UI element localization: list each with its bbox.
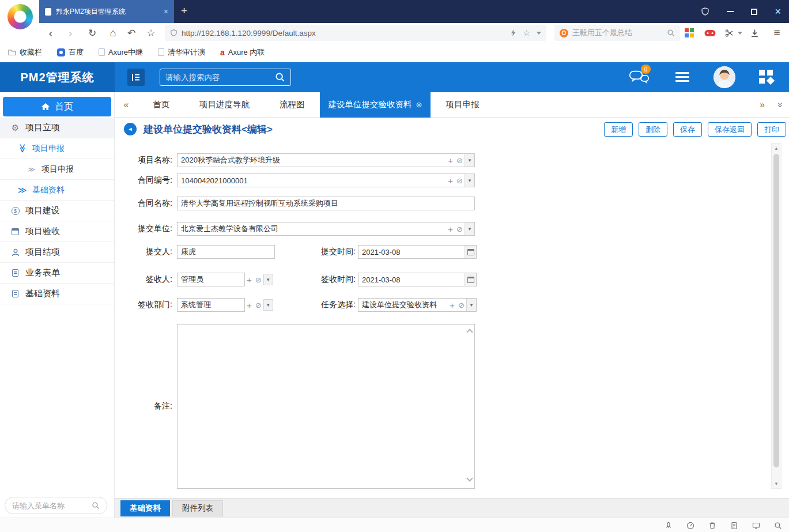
app-search-box[interactable] [160, 69, 291, 86]
bookmark-item[interactable]: Axure中继 [99, 47, 143, 58]
window-close-button[interactable]: × [775, 6, 781, 17]
scroll-up-icon[interactable]: ▲ [772, 144, 781, 153]
header-menu-icon[interactable] [675, 72, 689, 84]
sidebar-item-project-declare[interactable]: ≫ 项目申报 [0, 138, 114, 159]
scroll-down-icon[interactable]: ▼ [772, 479, 781, 488]
bookmark-folder[interactable]: 收藏栏 [8, 47, 42, 58]
download-icon[interactable] [750, 29, 759, 37]
dropdown-icon[interactable]: ▾ [263, 299, 273, 311]
status-speed-icon[interactable] [686, 522, 694, 530]
tab-submit-acceptance-active[interactable]: 建设单位提交验收资料 ⊗ [320, 92, 431, 118]
tabs-scroll-right-icon[interactable]: » [760, 92, 765, 118]
sidebar-item-project-construction[interactable]: $ 项目建设 [0, 201, 114, 221]
task-select-input[interactable] [358, 301, 448, 310]
receive-dept-input[interactable] [177, 298, 245, 312]
tab-flowchart[interactable]: 流程图 [265, 92, 320, 118]
favorite-star-icon[interactable]: ☆ [143, 23, 159, 43]
dropdown-icon[interactable]: ▾ [263, 274, 273, 285]
status-monitor-icon[interactable] [752, 522, 760, 530]
status-notes-icon[interactable] [730, 522, 738, 530]
contract-name-input[interactable] [177, 197, 475, 210]
project-name-field[interactable]: + ⊘ ▾ [177, 153, 475, 167]
clear-lookup-icon[interactable]: ⊘ [456, 156, 463, 165]
submitter-input[interactable] [177, 245, 275, 259]
sidebar-item-business-forms[interactable]: 业务表单 [0, 263, 114, 284]
project-name-input[interactable] [178, 156, 446, 165]
tab-close-icon[interactable]: × [164, 7, 168, 16]
remark-textarea[interactable] [177, 324, 475, 489]
url-bar[interactable]: http://192.168.1.120:9999/Default.aspx ☆ [165, 25, 546, 41]
sidebar-toggle-button[interactable] [127, 69, 145, 86]
workspace-grid-icon[interactable] [759, 70, 775, 86]
quick-search-text[interactable]: 王毅用五个最总结 [572, 28, 663, 38]
add-lookup-icon[interactable]: + [448, 156, 453, 165]
home-icon[interactable]: ⌂ [105, 23, 121, 43]
add-lookup-icon[interactable]: + [448, 224, 453, 234]
browser-logo[interactable] [7, 4, 33, 29]
url-text[interactable]: http://192.168.1.120:9999/Default.aspx [182, 29, 506, 37]
bookmark-item[interactable]: 清华审计演 [158, 47, 205, 58]
calendar-picker-icon[interactable] [465, 273, 476, 286]
speed-mode-icon[interactable] [510, 29, 516, 37]
search-icon[interactable] [92, 501, 100, 510]
sidebar-item-basic-data-sub[interactable]: ≫ 基础资料 [0, 180, 114, 201]
dropdown-icon[interactable]: ▾ [465, 174, 474, 187]
save-return-button[interactable]: 保存返回 [708, 122, 752, 137]
delete-button[interactable]: 删除 [639, 122, 667, 137]
contract-no-input[interactable] [178, 176, 446, 185]
search-icon[interactable] [275, 72, 285, 82]
dropdown-icon[interactable]: ▾ [465, 222, 474, 235]
contract-no-field[interactable]: + ⊘ ▾ [177, 173, 475, 187]
reload-icon[interactable]: ↻ [84, 23, 100, 43]
games-icon[interactable] [704, 29, 716, 37]
calendar-picker-icon[interactable] [465, 246, 476, 258]
bottom-tab-attachments[interactable]: 附件列表 [172, 500, 223, 516]
tabs-scroll-left-icon[interactable]: « [115, 100, 138, 110]
clear-lookup-icon[interactable]: ⊘ [456, 176, 463, 185]
task-select-field[interactable]: + ⊘ ▾ [358, 298, 477, 312]
browser-menu-icon[interactable]: ≡ [770, 23, 784, 43]
scrollbar-thumb[interactable] [773, 154, 779, 467]
screenshot-scissors-icon[interactable] [725, 29, 734, 37]
tabs-collapse-icon[interactable]: » [778, 92, 783, 118]
receive-time-field[interactable] [358, 273, 477, 286]
sidebar-item-basic-data[interactable]: 基础资料 [0, 284, 114, 304]
menu-search-box[interactable] [5, 497, 107, 514]
submit-unit-input[interactable] [178, 225, 446, 233]
forward-icon[interactable]: › [62, 23, 78, 43]
back-button[interactable]: ◄ [124, 123, 137, 135]
submit-time-input[interactable] [358, 248, 465, 256]
add-lookup-icon[interactable]: + [450, 300, 455, 310]
tab-progress-nav[interactable]: 项目进度导航 [184, 92, 265, 118]
browser-tab[interactable]: 邦永PM2项目管理系统 × [39, 0, 174, 23]
url-dropdown-icon[interactable] [537, 32, 541, 35]
sidebar-item-project-initiation[interactable]: ⚙ 项目立项 [0, 118, 114, 138]
quick-search-box[interactable]: O 王毅用五个最总结 [554, 25, 680, 41]
add-button[interactable]: 新增 [604, 122, 633, 137]
tab-close-icon[interactable]: ⊗ [416, 100, 422, 109]
status-magnifier-icon[interactable] [774, 522, 782, 530]
add-lookup-icon[interactable]: + [448, 176, 453, 186]
bottom-tab-basic-data[interactable]: 基础资料 [120, 500, 170, 516]
user-avatar[interactable] [714, 66, 735, 88]
clear-lookup-icon[interactable]: ⊘ [456, 225, 463, 233]
submit-unit-field[interactable]: + ⊘ ▾ [177, 222, 475, 236]
apps-grid-icon[interactable] [685, 28, 694, 37]
dropdown-icon[interactable]: ▾ [465, 154, 474, 167]
titlebar-shield-icon[interactable] [701, 7, 709, 16]
menu-search-input[interactable] [12, 501, 88, 510]
submit-time-field[interactable] [358, 245, 477, 259]
add-lookup-icon[interactable]: + [247, 300, 252, 310]
bookmark-item[interactable]: a Axure 内联 [220, 47, 265, 58]
bookmark-star-icon[interactable]: ☆ [523, 28, 530, 37]
dropdown-icon[interactable]: ▾ [466, 299, 476, 311]
clear-lookup-icon[interactable]: ⊘ [458, 301, 465, 310]
app-search-input[interactable] [165, 73, 271, 82]
bookmark-item[interactable]: 百度 [57, 47, 84, 58]
window-minimize-button[interactable] [727, 11, 734, 12]
sidebar-item-project-acceptance[interactable]: 项目验收 [0, 221, 114, 242]
sidebar-home-button[interactable]: 首页 [3, 97, 111, 116]
new-tab-button[interactable]: + [181, 5, 187, 17]
undo-icon[interactable]: ↶ [123, 23, 139, 43]
scissors-dropdown-icon[interactable] [738, 32, 742, 35]
